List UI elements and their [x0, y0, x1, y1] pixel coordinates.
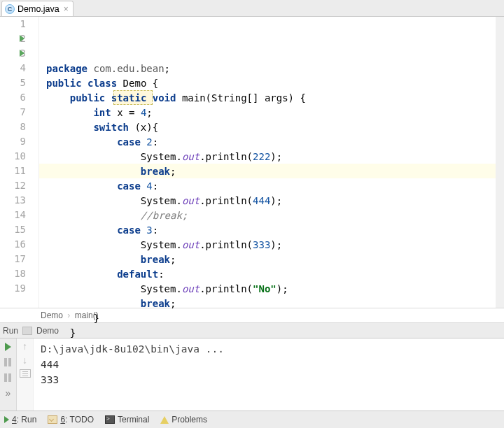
line-number: 6 — [0, 90, 26, 105]
line-number: 5 — [0, 76, 26, 90]
line-number: 8 — [0, 120, 26, 134]
line-number: 11 — [0, 164, 26, 178]
tab-problems-label: Problems — [172, 415, 207, 425]
line-number: 7 — [0, 105, 26, 120]
tab-problems[interactable]: Problems — [160, 415, 207, 425]
close-icon[interactable]: × — [64, 4, 69, 14]
line-number: 16 — [0, 237, 26, 252]
stop-button[interactable] — [3, 357, 14, 368]
tool-window-tabs: 4: Run 6: TODO Terminal Problems — [0, 411, 504, 428]
run-gutter-icon[interactable] — [20, 35, 24, 42]
line-number: 18 — [0, 266, 26, 281]
soft-wrap-icon[interactable] — [20, 369, 31, 378]
tab-todo-label: : TODO — [65, 415, 94, 425]
line-number: 15 — [0, 222, 26, 237]
class-icon: C — [5, 4, 15, 14]
run-button[interactable] — [3, 341, 14, 352]
code-editor[interactable]: 1 2 3 4 5 6 7 8 9 10 11 12 13 14 15 16 1… — [0, 17, 504, 308]
code-area[interactable]: package com.edu.bean;public class Demo {… — [39, 17, 504, 308]
line-gutter: 1 2 3 4 5 6 7 8 9 10 11 12 13 14 15 16 1… — [0, 17, 39, 308]
line-number: 9 — [0, 134, 26, 149]
terminal-icon — [105, 415, 115, 424]
tab-terminal-label: Terminal — [118, 415, 149, 425]
tab-label: Demo.java — [18, 4, 59, 14]
console-nav: ↑ ↓ — [17, 338, 34, 411]
warning-icon — [160, 416, 169, 424]
tab-todo[interactable]: 6: TODO — [48, 415, 94, 425]
line-number: 12 — [0, 178, 26, 193]
line-number: 2 — [0, 31, 26, 46]
run-gutter-icon[interactable] — [20, 50, 24, 57]
run-panel-title: Run — [3, 326, 18, 336]
tab-run-label: : Run — [17, 415, 37, 425]
line-number: 10 — [0, 149, 26, 164]
up-arrow-icon[interactable]: ↑ — [22, 341, 27, 351]
line-number: 19 — [0, 281, 26, 296]
line-number: 14 — [0, 208, 26, 222]
play-icon — [5, 343, 11, 351]
run-config-icon — [22, 327, 32, 335]
todo-icon — [48, 415, 57, 424]
line-number: 3 — [0, 46, 26, 61]
tab-run[interactable]: 4: Run — [4, 415, 36, 425]
tab-terminal[interactable]: Terminal — [105, 415, 149, 425]
tab-bar: C Demo.java × — [0, 0, 504, 17]
line-number: 17 — [0, 252, 26, 266]
down-arrow-icon[interactable]: ↓ — [22, 355, 27, 365]
file-tab-demo[interactable]: C Demo.java × — [1, 1, 74, 16]
run-toolbar: » — [0, 338, 17, 411]
line-number: 13 — [0, 193, 26, 208]
play-icon — [4, 416, 9, 423]
line-number: 1 — [0, 17, 26, 31]
more-actions[interactable]: » — [3, 387, 14, 399]
pause-button[interactable] — [3, 372, 14, 383]
line-number: 4 — [0, 61, 26, 76]
console-line: 333 — [41, 372, 497, 387]
